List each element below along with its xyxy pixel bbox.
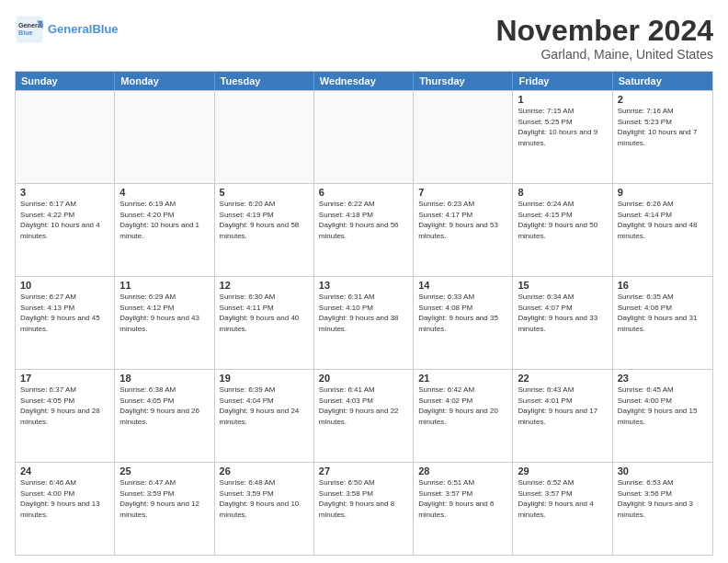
header-wednesday: Wednesday <box>314 72 414 90</box>
header-monday: Monday <box>115 72 214 90</box>
calendar-cell: 19Sunrise: 6:39 AM Sunset: 4:04 PM Dayli… <box>215 370 314 462</box>
day-info: Sunrise: 6:30 AM Sunset: 4:11 PM Dayligh… <box>220 292 309 334</box>
calendar-body: 1Sunrise: 7:15 AM Sunset: 5:25 PM Daylig… <box>16 90 712 555</box>
calendar: Sunday Monday Tuesday Wednesday Thursday… <box>15 71 713 556</box>
calendar-cell: 22Sunrise: 6:43 AM Sunset: 4:01 PM Dayli… <box>513 370 612 462</box>
calendar-cell: 16Sunrise: 6:35 AM Sunset: 4:06 PM Dayli… <box>613 277 712 369</box>
day-info: Sunrise: 6:24 AM Sunset: 4:15 PM Dayligh… <box>518 199 607 241</box>
day-number: 20 <box>319 373 408 384</box>
calendar-cell: 26Sunrise: 6:48 AM Sunset: 3:59 PM Dayli… <box>215 463 314 555</box>
calendar-header: Sunday Monday Tuesday Wednesday Thursday… <box>16 72 712 90</box>
calendar-cell: 7Sunrise: 6:23 AM Sunset: 4:17 PM Daylig… <box>414 184 513 276</box>
calendar-cell: 25Sunrise: 6:47 AM Sunset: 3:59 PM Dayli… <box>115 463 214 555</box>
day-info: Sunrise: 6:35 AM Sunset: 4:06 PM Dayligh… <box>618 292 708 334</box>
calendar-cell: 10Sunrise: 6:27 AM Sunset: 4:13 PM Dayli… <box>16 277 115 369</box>
day-number: 29 <box>518 465 607 477</box>
month-title: November 2024 <box>495 15 713 47</box>
day-number: 27 <box>319 465 408 477</box>
day-info: Sunrise: 7:16 AM Sunset: 5:23 PM Dayligh… <box>618 106 708 148</box>
day-info: Sunrise: 6:29 AM Sunset: 4:12 PM Dayligh… <box>119 292 209 334</box>
day-info: Sunrise: 6:22 AM Sunset: 4:18 PM Dayligh… <box>319 199 408 241</box>
day-info: Sunrise: 6:17 AM Sunset: 4:22 PM Dayligh… <box>20 199 109 241</box>
calendar-cell: 3Sunrise: 6:17 AM Sunset: 4:22 PM Daylig… <box>16 184 115 276</box>
day-number: 11 <box>119 280 209 291</box>
header-saturday: Saturday <box>613 72 712 90</box>
day-number: 19 <box>220 373 309 384</box>
day-number: 15 <box>518 280 607 291</box>
day-number: 28 <box>418 465 507 477</box>
calendar-cell: 9Sunrise: 6:26 AM Sunset: 4:14 PM Daylig… <box>613 184 712 276</box>
calendar-row: 24Sunrise: 6:46 AM Sunset: 4:00 PM Dayli… <box>16 462 712 555</box>
calendar-cell: 27Sunrise: 6:50 AM Sunset: 3:58 PM Dayli… <box>314 463 414 555</box>
day-number: 16 <box>618 280 708 291</box>
calendar-row: 17Sunrise: 6:37 AM Sunset: 4:05 PM Dayli… <box>16 369 712 462</box>
day-number: 13 <box>319 280 408 291</box>
day-info: Sunrise: 6:48 AM Sunset: 3:59 PM Dayligh… <box>220 477 309 520</box>
day-info: Sunrise: 6:31 AM Sunset: 4:10 PM Dayligh… <box>319 292 408 334</box>
day-info: Sunrise: 6:41 AM Sunset: 4:03 PM Dayligh… <box>319 385 408 427</box>
calendar-cell: 24Sunrise: 6:46 AM Sunset: 4:00 PM Dayli… <box>16 463 115 555</box>
day-number: 1 <box>518 94 607 105</box>
header-sunday: Sunday <box>16 72 115 90</box>
day-info: Sunrise: 6:20 AM Sunset: 4:19 PM Dayligh… <box>220 199 309 241</box>
calendar-cell: 20Sunrise: 6:41 AM Sunset: 4:03 PM Dayli… <box>314 370 414 462</box>
day-info: Sunrise: 6:47 AM Sunset: 3:59 PM Dayligh… <box>119 477 209 520</box>
day-number: 12 <box>220 280 309 291</box>
day-info: Sunrise: 6:39 AM Sunset: 4:04 PM Dayligh… <box>220 385 309 427</box>
day-info: Sunrise: 6:26 AM Sunset: 4:14 PM Dayligh… <box>618 199 708 241</box>
calendar-cell: 23Sunrise: 6:45 AM Sunset: 4:00 PM Dayli… <box>613 370 712 462</box>
day-info: Sunrise: 6:34 AM Sunset: 4:07 PM Dayligh… <box>518 292 607 334</box>
calendar-cell: 17Sunrise: 6:37 AM Sunset: 4:05 PM Dayli… <box>16 370 115 462</box>
day-info: Sunrise: 6:23 AM Sunset: 4:17 PM Dayligh… <box>418 199 507 241</box>
day-number: 9 <box>618 187 708 198</box>
day-info: Sunrise: 6:19 AM Sunset: 4:20 PM Dayligh… <box>119 199 209 241</box>
calendar-cell: 30Sunrise: 6:53 AM Sunset: 3:56 PM Dayli… <box>613 463 712 555</box>
day-info: Sunrise: 6:37 AM Sunset: 4:05 PM Dayligh… <box>20 385 109 427</box>
calendar-cell: 5Sunrise: 6:20 AM Sunset: 4:19 PM Daylig… <box>215 184 314 276</box>
svg-text:Blue: Blue <box>18 29 33 37</box>
day-number: 6 <box>319 187 408 198</box>
logo: General Blue GeneralBlue <box>15 15 119 44</box>
day-number: 23 <box>618 373 708 384</box>
calendar-cell <box>16 91 115 183</box>
calendar-cell: 12Sunrise: 6:30 AM Sunset: 4:11 PM Dayli… <box>215 277 314 369</box>
page-header: General Blue GeneralBlue November 2024 G… <box>15 15 713 62</box>
day-number: 5 <box>220 187 309 198</box>
header-friday: Friday <box>513 72 612 90</box>
day-number: 7 <box>418 187 507 198</box>
day-number: 17 <box>20 373 109 384</box>
calendar-cell: 4Sunrise: 6:19 AM Sunset: 4:20 PM Daylig… <box>115 184 214 276</box>
calendar-cell: 18Sunrise: 6:38 AM Sunset: 4:05 PM Dayli… <box>115 370 214 462</box>
header-tuesday: Tuesday <box>215 72 314 90</box>
day-number: 22 <box>518 373 607 384</box>
calendar-cell: 15Sunrise: 6:34 AM Sunset: 4:07 PM Dayli… <box>513 277 612 369</box>
title-block: November 2024 Garland, Maine, United Sta… <box>495 15 713 62</box>
location: Garland, Maine, United States <box>495 47 713 62</box>
logo-text: GeneralBlue <box>48 22 119 37</box>
calendar-cell: 6Sunrise: 6:22 AM Sunset: 4:18 PM Daylig… <box>314 184 414 276</box>
day-number: 8 <box>518 187 607 198</box>
day-number: 3 <box>20 187 109 198</box>
calendar-cell: 21Sunrise: 6:42 AM Sunset: 4:02 PM Dayli… <box>414 370 513 462</box>
calendar-cell: 11Sunrise: 6:29 AM Sunset: 4:12 PM Dayli… <box>115 277 214 369</box>
calendar-cell <box>414 91 513 183</box>
day-info: Sunrise: 6:45 AM Sunset: 4:00 PM Dayligh… <box>618 385 708 427</box>
day-info: Sunrise: 6:38 AM Sunset: 4:05 PM Dayligh… <box>119 385 209 427</box>
day-info: Sunrise: 6:52 AM Sunset: 3:57 PM Dayligh… <box>518 477 607 520</box>
calendar-cell <box>215 91 314 183</box>
day-number: 18 <box>119 373 209 384</box>
calendar-cell: 2Sunrise: 7:16 AM Sunset: 5:23 PM Daylig… <box>613 91 712 183</box>
day-number: 2 <box>618 94 708 105</box>
day-info: Sunrise: 6:51 AM Sunset: 3:57 PM Dayligh… <box>418 477 507 520</box>
calendar-cell <box>115 91 214 183</box>
day-number: 30 <box>618 465 708 477</box>
day-number: 24 <box>20 465 109 477</box>
calendar-row: 3Sunrise: 6:17 AM Sunset: 4:22 PM Daylig… <box>16 183 712 276</box>
calendar-cell: 1Sunrise: 7:15 AM Sunset: 5:25 PM Daylig… <box>513 91 612 183</box>
day-info: Sunrise: 6:46 AM Sunset: 4:00 PM Dayligh… <box>20 477 109 520</box>
day-info: Sunrise: 6:33 AM Sunset: 4:08 PM Dayligh… <box>418 292 507 334</box>
day-number: 14 <box>418 280 507 291</box>
calendar-cell <box>314 91 414 183</box>
calendar-row: 10Sunrise: 6:27 AM Sunset: 4:13 PM Dayli… <box>16 276 712 369</box>
calendar-cell: 28Sunrise: 6:51 AM Sunset: 3:57 PM Dayli… <box>414 463 513 555</box>
